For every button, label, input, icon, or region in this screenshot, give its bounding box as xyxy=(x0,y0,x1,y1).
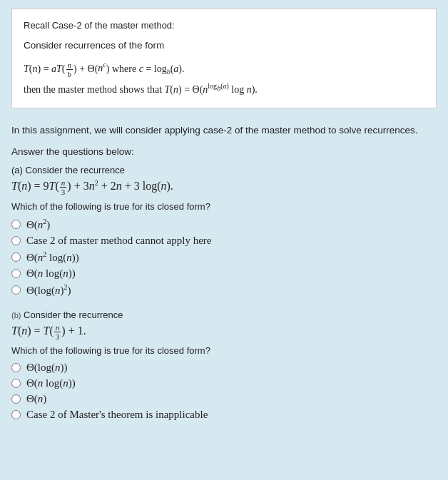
part-b-option-4[interactable]: Case 2 of Master's theorem is inapplicab… xyxy=(11,409,437,421)
part-a-label: (a) Consider the recurrence xyxy=(11,165,437,175)
part-a-option-4[interactable]: Θ(n log(n)) xyxy=(11,267,437,280)
part-b-question: Which of the following is true for its c… xyxy=(11,345,437,356)
recall-formula-2: then the master method shows that T(n) =… xyxy=(24,80,424,98)
part-a-option-3[interactable]: Θ(n2 log(n)) xyxy=(11,250,437,264)
part-a-option-5[interactable]: Θ(log(n)2) xyxy=(11,283,437,297)
part-b-option-2[interactable]: Θ(n log(n)) xyxy=(11,377,437,389)
part-a-radio-5[interactable] xyxy=(11,285,21,295)
part-b-recurrence: T(n) = T(n3) + 1. xyxy=(11,323,437,341)
recall-box: Recall Case-2 of the master method: Cons… xyxy=(11,9,437,108)
intro-line1: In this assignment, we will consider app… xyxy=(11,123,437,138)
part-b: (b) Consider the recurrence T(n) = T(n3)… xyxy=(11,310,437,421)
part-a-radio-3[interactable] xyxy=(11,252,21,262)
part-b-radio-2[interactable] xyxy=(11,379,21,388)
part-a-options: Θ(n2) Case 2 of master method cannot app… xyxy=(11,218,437,297)
recall-title: Recall Case-2 of the master method: xyxy=(24,18,424,34)
part-a-option-1[interactable]: Θ(n2) xyxy=(11,218,437,231)
part-a-recurrence: T(n) = 9T(n3) + 3n2 + 2n + 3 log(n). xyxy=(11,178,437,196)
part-a-option-2[interactable]: Case 2 of master method cannot apply her… xyxy=(11,235,437,247)
part-a-radio-1[interactable] xyxy=(11,220,21,229)
recall-formula-1: T(n) = aT(nb) + Θ(nc) where c = logb(a). xyxy=(24,59,424,78)
intro-line2: Answer the questions below: xyxy=(11,144,437,160)
part-b-radio-3[interactable] xyxy=(11,394,21,404)
part-b-options: Θ(log(n)) Θ(n log(n)) Θ(n) Case 2 of Mas… xyxy=(11,362,437,421)
part-a-radio-4[interactable] xyxy=(11,269,21,278)
part-b-option-4-text: Case 2 of Master's theorem is inapplicab… xyxy=(26,409,208,421)
part-b-radio-4[interactable] xyxy=(11,410,21,419)
part-a-question: Which of the following is true for its c… xyxy=(11,201,437,212)
part-b-label: (b) Consider the recurrence xyxy=(11,310,437,320)
part-b-radio-1[interactable] xyxy=(11,363,21,372)
part-a-radio-2[interactable] xyxy=(11,236,21,245)
part-b-option-1[interactable]: Θ(log(n)) xyxy=(11,362,437,374)
part-a-option-2-text: Case 2 of master method cannot apply her… xyxy=(26,235,212,247)
part-a: (a) Consider the recurrence T(n) = 9T(n3… xyxy=(11,165,437,296)
part-b-option-3[interactable]: Θ(n) xyxy=(11,393,437,405)
recall-line1: Consider recurrences of the form xyxy=(24,38,424,53)
